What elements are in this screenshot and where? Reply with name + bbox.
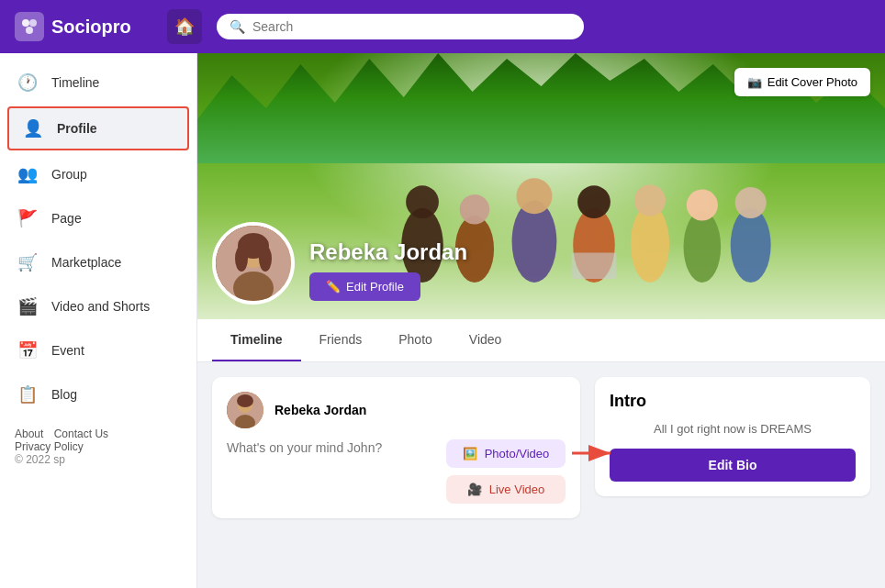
svg-point-0 bbox=[22, 19, 29, 27]
tab-friends[interactable]: Friends bbox=[301, 319, 381, 361]
edit-bio-label: Edit Bio bbox=[709, 458, 757, 472]
sidebar-label-profile: Profile bbox=[57, 121, 97, 136]
svg-point-23 bbox=[259, 246, 272, 272]
edit-cover-button[interactable]: 📷 Edit Cover Photo bbox=[734, 68, 870, 96]
svg-point-1 bbox=[29, 19, 37, 27]
sidebar-label-video-shorts: Video and Shorts bbox=[51, 299, 150, 314]
photo-icon: 🖼️ bbox=[463, 447, 477, 460]
intro-bio: All I got right now is DREAMS bbox=[610, 422, 856, 436]
svg-point-22 bbox=[235, 246, 248, 272]
post-box: Rebeka Jordan 🖼️ Photo/Video bbox=[212, 377, 580, 518]
svg-point-6 bbox=[460, 194, 490, 225]
photo-video-button[interactable]: 🖼️ Photo/Video bbox=[446, 439, 566, 468]
sidebar-label-timeline: Timeline bbox=[51, 75, 99, 90]
post-input[interactable] bbox=[227, 440, 435, 455]
about-link[interactable]: About bbox=[15, 427, 43, 440]
post-avatar bbox=[227, 392, 263, 428]
sidebar-label-group: Group bbox=[51, 167, 87, 182]
arrow-icon bbox=[570, 443, 621, 463]
sidebar-icon-page: 🚩 bbox=[15, 205, 40, 231]
tab-video[interactable]: Video bbox=[451, 319, 521, 361]
post-user-content: Rebeka Jordan bbox=[274, 403, 566, 417]
svg-point-12 bbox=[634, 185, 666, 216]
sidebar-label-event: Event bbox=[51, 343, 84, 358]
sidebar-item-page[interactable]: 🚩 Page bbox=[0, 196, 196, 240]
logo: Sociopro bbox=[15, 12, 152, 41]
svg-point-4 bbox=[406, 185, 439, 218]
sidebar: 🕐 Timeline 👤 Profile 👥 Group 🚩 Page 🛒 Ma… bbox=[0, 53, 197, 588]
edit-bio-button[interactable]: Edit Bio bbox=[610, 449, 856, 482]
camera-icon: 📷 bbox=[747, 75, 762, 89]
tab-photo[interactable]: Photo bbox=[380, 319, 451, 361]
svg-point-14 bbox=[687, 189, 718, 220]
sidebar-item-event[interactable]: 📅 Event bbox=[0, 328, 196, 372]
svg-point-27 bbox=[237, 394, 253, 407]
profile-info: Rebeka Jordan ✏️ Edit Profile bbox=[309, 239, 467, 305]
home-icon: 🏠 bbox=[174, 17, 195, 37]
search-bar: 🔍 bbox=[217, 14, 584, 39]
edit-profile-button[interactable]: ✏️ Edit Profile bbox=[309, 272, 420, 301]
header: Sociopro 🏠 🔍 bbox=[0, 0, 885, 53]
sidebar-icon-blog: 📋 bbox=[15, 382, 40, 407]
edit-cover-label: Edit Cover Photo bbox=[767, 75, 857, 89]
sidebar-item-blog[interactable]: 📋 Blog bbox=[0, 372, 196, 416]
logo-text: Sociopro bbox=[51, 17, 131, 38]
live-video-button[interactable]: 🎥 Live Video bbox=[446, 475, 566, 504]
profile-name: Rebeka Jordan bbox=[309, 239, 467, 265]
live-video-label: Live Video bbox=[489, 483, 544, 496]
copyright: © 2022 sp bbox=[15, 453, 182, 466]
sidebar-icon-video-shorts: 🎬 bbox=[15, 294, 40, 319]
svg-point-8 bbox=[516, 178, 552, 214]
sidebar-item-video-shorts[interactable]: 🎬 Video and Shorts bbox=[0, 284, 196, 328]
photo-video-label: Photo/Video bbox=[485, 447, 550, 460]
sidebar-icon-profile: 👤 bbox=[20, 116, 46, 141]
edit-profile-label: Edit Profile bbox=[346, 280, 404, 294]
sidebar-label-page: Page bbox=[51, 211, 82, 226]
sidebar-item-timeline[interactable]: 🕐 Timeline bbox=[0, 61, 196, 105]
profile-avatar bbox=[212, 222, 295, 305]
sidebar-item-marketplace[interactable]: 🛒 Marketplace bbox=[0, 240, 196, 284]
search-icon: 🔍 bbox=[230, 19, 245, 34]
sidebar-icon-timeline: 🕐 bbox=[15, 70, 40, 95]
svg-point-10 bbox=[577, 185, 611, 218]
sidebar-label-blog: Blog bbox=[51, 387, 77, 402]
content: 📷 Edit Cover Photo bbox=[197, 53, 885, 588]
intro-title: Intro bbox=[610, 392, 856, 411]
sidebar-footer: About Contact Us Privacy Policy © 2022 s… bbox=[0, 416, 196, 477]
sidebar-icon-event: 📅 bbox=[15, 338, 40, 363]
logo-icon bbox=[15, 12, 44, 41]
sidebar-item-profile[interactable]: 👤 Profile bbox=[7, 106, 189, 150]
intro-sidebar: Intro All I got right now is DREAMS Edit… bbox=[595, 377, 870, 518]
sidebar-icon-marketplace: 🛒 bbox=[15, 250, 40, 275]
privacy-link[interactable]: Privacy Policy bbox=[15, 440, 84, 453]
sidebar-item-group[interactable]: 👥 Group bbox=[0, 152, 196, 196]
live-icon: 🎥 bbox=[467, 483, 482, 496]
tab-timeline[interactable]: Timeline bbox=[212, 319, 301, 361]
cover-section: 📷 Edit Cover Photo bbox=[197, 53, 885, 319]
pencil-icon: ✏️ bbox=[326, 280, 341, 294]
profile-tabs: TimelineFriendsPhotoVideo bbox=[197, 319, 885, 362]
sidebar-icon-group: 👥 bbox=[15, 161, 40, 187]
home-button[interactable]: 🏠 bbox=[167, 9, 202, 44]
search-input[interactable] bbox=[252, 19, 571, 34]
post-user-name: Rebeka Jordan bbox=[274, 403, 366, 417]
svg-point-16 bbox=[735, 187, 767, 218]
intro-box: Intro All I got right now is DREAMS Edit… bbox=[595, 377, 870, 496]
sidebar-label-marketplace: Marketplace bbox=[51, 255, 121, 270]
svg-point-2 bbox=[26, 27, 33, 34]
contact-link[interactable]: Contact Us bbox=[54, 427, 108, 440]
